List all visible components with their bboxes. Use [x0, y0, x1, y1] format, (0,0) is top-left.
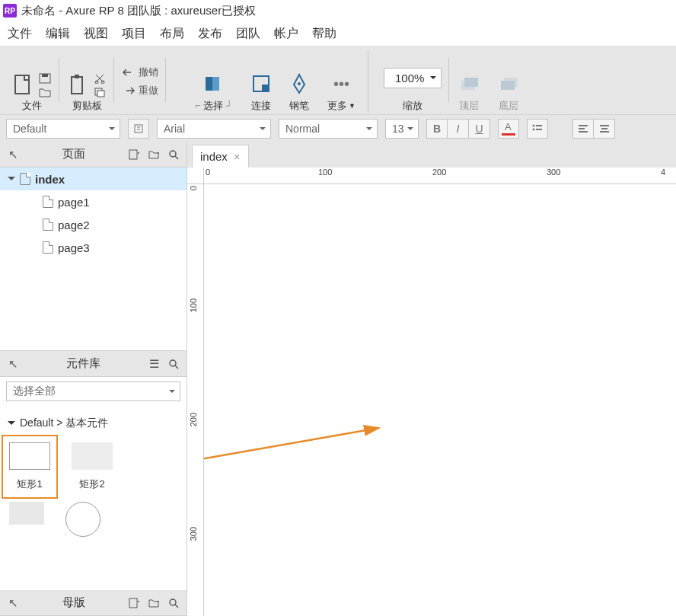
- menu-account[interactable]: 帐户: [274, 26, 298, 42]
- library-panel-header: ↖ 元件库 ☰: [0, 351, 187, 377]
- canvas-area: index × 0 100 200 300 4 0 100 200 300: [187, 142, 676, 616]
- expand-icon[interactable]: [8, 177, 15, 184]
- bottom-layer-label: 底层: [499, 99, 518, 113]
- ruler-tick: 100: [189, 298, 198, 312]
- menu-project[interactable]: 项目: [122, 26, 146, 42]
- menu-bar: 文件 编辑 视图 项目 布局 发布 团队 帐户 帮助: [0, 21, 676, 46]
- ruler-corner: [187, 168, 204, 184]
- italic-button[interactable]: I: [448, 119, 469, 139]
- page-icon: [43, 241, 53, 254]
- svg-point-25: [170, 360, 176, 366]
- pages-panel-header: ↖ 页面: [0, 142, 187, 168]
- tool-more[interactable]: ••• 更多▼: [321, 50, 362, 113]
- add-master-folder-icon[interactable]: [147, 596, 161, 610]
- search-masters-icon[interactable]: [167, 596, 180, 610]
- ribbon-group-file: 文件: [8, 50, 56, 113]
- menu-layout[interactable]: 布局: [160, 26, 184, 42]
- library-category[interactable]: Default > 基本元件: [6, 412, 180, 435]
- page-tree-item[interactable]: page2: [0, 213, 187, 236]
- page-tree-root[interactable]: index: [0, 168, 187, 190]
- page-name: page2: [58, 219, 90, 231]
- tool-connect[interactable]: 连接: [245, 50, 277, 113]
- menu-publish[interactable]: 发布: [198, 26, 222, 42]
- add-master-icon[interactable]: [127, 596, 141, 610]
- canvas-tab[interactable]: index ×: [192, 145, 249, 168]
- add-folder-icon[interactable]: [147, 148, 161, 161]
- ribbon-group-zoom: 100% 缩放: [368, 50, 446, 113]
- widget-rect2[interactable]: 矩形2: [72, 442, 113, 491]
- font-size-select[interactable]: 13: [385, 119, 419, 139]
- menu-file[interactable]: 文件: [8, 26, 32, 42]
- app-logo-icon: RP: [3, 4, 17, 18]
- menu-help[interactable]: 帮助: [312, 26, 336, 42]
- align-left-button[interactable]: [572, 119, 594, 139]
- bullets-button[interactable]: [527, 119, 548, 139]
- svg-rect-20: [536, 125, 542, 126]
- top-layer-label: 顶层: [459, 99, 479, 113]
- tool-top-layer[interactable]: 顶层: [452, 50, 486, 113]
- ruler-tick: 0: [189, 186, 198, 190]
- widget-ellipse[interactable]: [65, 502, 100, 537]
- page-name: index: [35, 173, 65, 186]
- redo-button[interactable]: 重做: [122, 84, 158, 97]
- underline-button[interactable]: U: [469, 119, 490, 139]
- widget-label: 矩形2: [79, 477, 104, 491]
- undo-button[interactable]: 撤销: [122, 65, 158, 79]
- ruler-horizontal: 0 100 200 300 4: [204, 168, 676, 184]
- ribbon-group-clipboard: 剪贴板: [62, 50, 111, 113]
- cut-icon[interactable]: [93, 73, 107, 84]
- font-select[interactable]: Arial: [157, 119, 271, 139]
- add-page-icon[interactable]: [127, 148, 141, 161]
- text-style-group: B I U: [426, 119, 490, 139]
- save-icon[interactable]: [38, 73, 52, 84]
- tool-select[interactable]: ⌐ 选择 ┘: [189, 50, 239, 113]
- svg-point-13: [298, 82, 301, 85]
- zoom-label: 缩放: [403, 99, 422, 113]
- zoom-select[interactable]: 100%: [384, 68, 442, 88]
- pages-panel-title: 页面: [26, 147, 121, 161]
- workspace: ↖ 页面 index page1 page2 page3: [0, 142, 676, 616]
- tool-pen[interactable]: 钢笔: [283, 50, 315, 113]
- bold-button[interactable]: B: [426, 119, 448, 139]
- ruler-tick: 300: [547, 168, 560, 177]
- new-file-icon[interactable]: [12, 73, 33, 97]
- masters-panel-header: ↖ 母版: [0, 590, 187, 616]
- svg-rect-22: [536, 129, 542, 130]
- font-weight-select[interactable]: Normal: [279, 119, 378, 139]
- window-title: 未命名 - Axure RP 8 团队版 : axureuser已授权: [21, 4, 256, 18]
- tab-label: index: [200, 150, 228, 163]
- page-tree-item[interactable]: page3: [0, 236, 187, 259]
- menu-view[interactable]: 视图: [84, 26, 108, 42]
- paste-icon[interactable]: [67, 73, 88, 97]
- tool-bottom-layer[interactable]: 底层: [492, 50, 525, 113]
- widget-rect3[interactable]: [9, 502, 44, 537]
- menu-edit[interactable]: 编辑: [46, 26, 70, 42]
- title-bar: RP 未命名 - Axure RP 8 团队版 : axureuser已授权: [0, 0, 676, 21]
- svg-point-19: [533, 124, 535, 126]
- collapse-panel-icon[interactable]: ↖: [6, 148, 20, 161]
- text-color-button[interactable]: A: [498, 119, 519, 139]
- svg-rect-8: [97, 91, 104, 97]
- design-canvas[interactable]: [204, 184, 676, 616]
- copy-icon[interactable]: [93, 87, 107, 97]
- collapse-panel-icon[interactable]: ↖: [6, 596, 20, 610]
- style-select[interactable]: Default: [6, 119, 120, 139]
- annotation-arrow: [204, 184, 676, 611]
- widget-rect1[interactable]: 矩形1: [3, 436, 56, 497]
- align-center-button[interactable]: [594, 119, 615, 139]
- search-pages-icon[interactable]: [167, 148, 180, 161]
- page-tree-item[interactable]: page1: [0, 190, 187, 213]
- chevron-down-icon: [8, 421, 15, 429]
- page-icon: [43, 196, 53, 208]
- ruler-tick: 4: [661, 168, 665, 177]
- more-label: 更多: [327, 99, 347, 113]
- open-folder-icon[interactable]: [38, 87, 52, 97]
- library-menu-icon[interactable]: ☰: [147, 357, 161, 371]
- menu-team[interactable]: 团队: [236, 26, 260, 42]
- library-body: Default > 基本元件 矩形1 矩形2: [0, 406, 187, 590]
- close-tab-icon[interactable]: ×: [234, 150, 241, 163]
- search-library-icon[interactable]: [167, 357, 180, 371]
- library-select[interactable]: 选择全部: [6, 381, 180, 401]
- style-manager-icon[interactable]: [128, 119, 149, 139]
- collapse-panel-icon[interactable]: ↖: [6, 357, 20, 371]
